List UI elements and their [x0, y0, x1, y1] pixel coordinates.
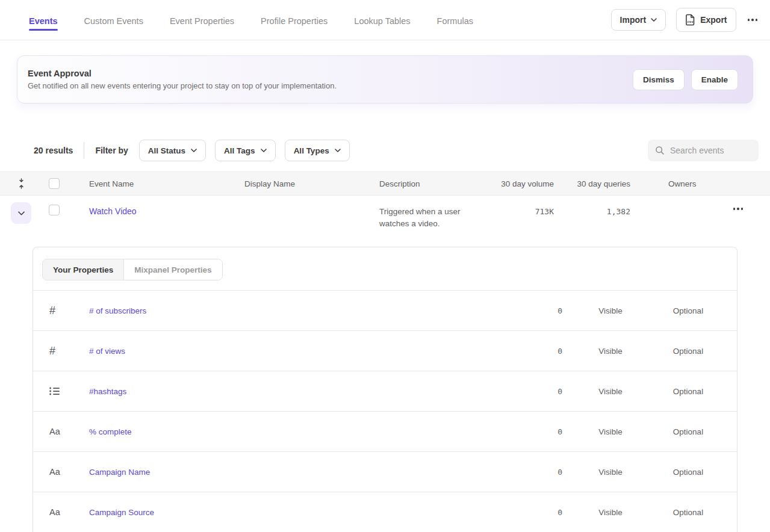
list-icon — [49, 387, 60, 395]
status-filter-label: All Status — [148, 146, 185, 155]
property-count: 0 — [526, 387, 562, 396]
column-display-name[interactable]: Display Name — [244, 179, 379, 188]
property-row: # # of subscribers 0 Visible Optional — [33, 290, 737, 330]
event-queries: 1,382 — [607, 202, 630, 216]
event-volume: 713K — [535, 202, 554, 216]
chevron-down-icon — [335, 149, 341, 152]
export-button-label: Export — [700, 15, 727, 25]
property-link[interactable]: # of views — [89, 347, 125, 356]
property-row: #hashtags 0 Visible Optional — [33, 371, 737, 411]
property-row: Aa Campaign Source 0 Visible Optional — [33, 492, 737, 532]
chevron-down-icon — [191, 149, 197, 152]
events-table-header: Event Name Display Name Description 30 d… — [0, 172, 770, 196]
property-requirement: Optional — [659, 306, 718, 315]
tab-lookup-tables[interactable]: Lookup Tables — [354, 2, 410, 38]
property-link[interactable]: # of subscribers — [89, 306, 146, 315]
property-count: 0 — [526, 347, 562, 356]
column-30-day-volume[interactable]: 30 day volume — [494, 179, 554, 188]
property-visibility: Visible — [562, 468, 659, 477]
tab-profile-properties[interactable]: Profile Properties — [261, 2, 328, 38]
column-description[interactable]: Description — [379, 179, 494, 188]
property-link[interactable]: % complete — [89, 427, 132, 436]
property-visibility: Visible — [562, 508, 659, 517]
more-icon — [748, 19, 758, 21]
text-icon: Aa — [49, 427, 60, 436]
tab-event-properties[interactable]: Event Properties — [170, 2, 234, 38]
collapse-rows-icon[interactable] — [17, 178, 25, 189]
search-events-input[interactable] — [670, 146, 751, 155]
divider — [84, 142, 84, 159]
column-owners[interactable]: Owners — [630, 179, 770, 188]
property-link[interactable]: Campaign Source — [89, 508, 154, 517]
property-link[interactable]: #hashtags — [89, 387, 126, 396]
tags-filter-dropdown[interactable]: All Tags — [215, 140, 276, 161]
row-more-button[interactable] — [732, 202, 745, 214]
number-icon: # — [49, 345, 55, 357]
event-row-watch-video: Watch Video Triggered when a user watche… — [0, 196, 770, 247]
property-count: 0 — [526, 508, 562, 517]
tags-filter-label: All Tags — [224, 146, 255, 155]
select-all-checkbox[interactable] — [49, 178, 60, 189]
property-row: # # of views 0 Visible Optional — [33, 330, 737, 371]
import-button[interactable]: Import — [611, 9, 666, 31]
property-row: Aa % complete 0 Visible Optional — [33, 411, 737, 451]
enable-button[interactable]: Enable — [691, 69, 738, 90]
property-visibility: Visible — [562, 306, 659, 315]
export-button[interactable]: csv Export — [676, 8, 736, 32]
tab-mixpanel-properties[interactable]: Mixpanel Properties — [124, 259, 222, 280]
property-link[interactable]: Campaign Name — [89, 468, 150, 477]
dismiss-button[interactable]: Dismiss — [633, 69, 685, 90]
property-requirement: Optional — [659, 508, 718, 517]
property-requirement: Optional — [659, 387, 718, 396]
event-name-link[interactable]: Watch Video — [89, 202, 137, 216]
tab-events[interactable]: Events — [29, 2, 58, 38]
number-icon: # — [49, 305, 55, 317]
svg-text:csv: csv — [688, 20, 694, 23]
nav-tabs: Events Custom Events Event Properties Pr… — [29, 2, 611, 38]
status-filter-dropdown[interactable]: All Status — [139, 140, 206, 161]
banner-title: Event Approval — [28, 69, 633, 78]
property-requirement: Optional — [659, 347, 718, 356]
column-30-day-queries[interactable]: 30 day queries — [554, 179, 630, 188]
event-approval-banner: Event Approval Get notified on all new e… — [17, 55, 753, 104]
property-count: 0 — [526, 468, 562, 477]
nav-more-button[interactable] — [747, 15, 759, 25]
chevron-down-icon — [18, 211, 25, 215]
property-visibility: Visible — [562, 387, 659, 396]
search-icon — [655, 146, 665, 155]
top-nav: Events Custom Events Event Properties Pr… — [0, 0, 770, 40]
results-count: 20 results — [34, 146, 73, 155]
import-button-label: Import — [620, 15, 647, 25]
filter-by-label: Filter by — [95, 146, 128, 155]
text-icon: Aa — [49, 467, 60, 477]
types-filter-dropdown[interactable]: All Types — [285, 140, 350, 161]
property-requirement: Optional — [659, 427, 718, 436]
chevron-down-icon — [261, 149, 267, 152]
more-icon — [733, 208, 744, 210]
row-checkbox[interactable] — [49, 205, 60, 215]
tab-formulas[interactable]: Formulas — [437, 2, 473, 38]
csv-file-icon: csv — [685, 14, 695, 26]
banner-description: Get notified on all new events entering … — [28, 81, 633, 90]
chevron-down-icon — [651, 18, 657, 22]
filter-bar: 20 results Filter by All Status All Tags… — [0, 140, 770, 161]
properties-panel: Your Properties Mixpanel Properties # # … — [33, 247, 737, 532]
tab-custom-events[interactable]: Custom Events — [84, 2, 143, 38]
property-visibility: Visible — [562, 347, 659, 356]
types-filter-label: All Types — [294, 146, 329, 155]
search-events-box[interactable] — [648, 140, 759, 161]
property-row: Aa Campaign Name 0 Visible Optional — [33, 451, 737, 492]
properties-tab-switcher: Your Properties Mixpanel Properties — [42, 259, 223, 280]
column-event-name[interactable]: Event Name — [89, 179, 244, 188]
property-requirement: Optional — [659, 468, 718, 477]
text-icon: Aa — [49, 507, 60, 517]
collapse-row-button[interactable] — [11, 202, 31, 224]
event-description: Triggered when a user watches a video. — [379, 202, 476, 230]
tab-your-properties[interactable]: Your Properties — [43, 259, 124, 280]
property-count: 0 — [526, 306, 562, 315]
property-visibility: Visible — [562, 427, 659, 436]
property-count: 0 — [526, 427, 562, 436]
